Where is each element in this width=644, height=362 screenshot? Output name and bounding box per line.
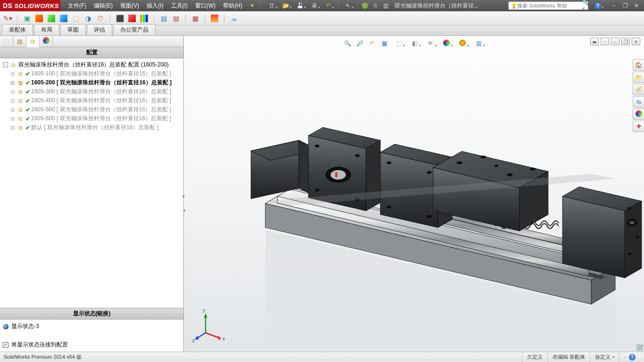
property-icon: ▤ [17,38,22,45]
tab-assembly[interactable]: 装配体 [2,24,33,35]
display-state-title: 显示状态(链接) [0,308,183,320]
menu-assist[interactable]: ✦ [246,0,258,11]
tool-icon-10[interactable] [127,14,137,23]
tree-item-label: 1605-300 [ 双光轴滚珠丝杆滑台（丝杆直径16）总装配 ] [31,88,171,96]
configuration-tree[interactable]: − ⧉ 双光轴滚珠丝杆滑台（丝杆直径16）总装配 配置 (1605-200) ⊞… [0,58,183,308]
resize-grip[interactable] [636,344,643,351]
fm-tab-property[interactable]: ▤ [13,36,26,47]
menu-view[interactable]: 视图(V) [116,0,143,11]
tab-layout[interactable]: 布局 [34,24,59,35]
new-button[interactable]: 🗋 [265,1,279,10]
tree-item[interactable]: ⊞⧉✔1605-100 [ 双光轴滚珠丝杆滑台（丝杆直径16）总装配 ] [1,69,182,78]
menu-window[interactable]: 窗口(W) [191,0,219,11]
tree-item[interactable]: ⊞⧉✔1605-600 [ 双光轴滚珠丝杆滑台（丝杆直径16）总装配 ] [1,114,182,123]
print-button[interactable]: 🖶 [308,1,321,10]
tool-icon-5[interactable] [59,14,68,23]
link-display-row[interactable]: ✓ 将显示状态连接到配置 [3,340,181,350]
tab-evaluate[interactable]: 评估 [87,24,112,35]
tree-item[interactable]: ⊞⧉✔1605-400 [ 双光轴滚珠丝杆滑台（丝杆直径16）总装配 ] [1,96,182,105]
close-button[interactable]: ✕ [632,2,641,9]
help-prefix-icon: 💡 [511,3,517,9]
svg-point-42 [627,253,631,255]
tool-icon-4[interactable] [47,14,56,23]
tool-icon-15[interactable] [210,14,219,23]
config-item-icon: ⧉ [17,80,24,86]
menu-edit[interactable]: 编辑(E) [90,0,116,11]
tree-item[interactable]: ⊞⧉✔1605-200 [ 双光轴滚珠丝杆滑台（丝杆直径16）总装配 ] [1,78,182,87]
config-item-icon: ⧉ [17,116,24,122]
new-icon: 🗋 [269,2,275,9]
display-state-body: 显示状态-3 ✓ 将显示状态连接到配置 [0,320,183,352]
check-icon: ✔ [25,98,30,104]
tool-icon-9[interactable]: ⬛ [115,14,124,23]
maximize-button[interactable]: ❐ [620,2,630,9]
options-button[interactable]: ⎘ [371,1,380,10]
tool-icon-11[interactable] [140,14,149,23]
config-item-icon: ⧉ [17,89,24,95]
pane-button[interactable]: ▥ [381,1,391,10]
svg-marker-12 [366,140,380,211]
tool-icon-12[interactable]: ▤ [159,14,168,23]
rebuild-button[interactable]: 🟢 [361,1,370,10]
menu-file[interactable]: 文件(F) [64,0,90,11]
tool-icon-6[interactable]: ⬚ [71,14,81,23]
separator [260,2,261,9]
title-bar: DSSOLIDWORKS 文件(F) 编辑(E) 视图(V) 插入(I) 工具(… [0,0,644,11]
tool-icon-1[interactable]: ✎▾ [3,14,12,23]
menu-tools[interactable]: 工具(I) [167,0,191,11]
config-item-icon: ⧉ [17,125,24,131]
collapse-icon[interactable]: − [3,62,8,67]
cube-icon: ⬚ [4,38,9,45]
tree-connector: ⊞ [10,98,15,104]
tool-icon-3[interactable] [34,14,44,23]
main-area: ⬚ ▤ ⧉ 配置 − ⧉ 双光轴滚珠丝杆滑台（丝杆直径16）总装配 配置 (16… [0,36,644,352]
minimize-button[interactable]: – [609,2,619,9]
open-button[interactable]: 📂 [280,1,293,10]
tab-sketch[interactable]: 草图 [60,24,86,35]
svg-point-23 [387,161,391,164]
tree-item[interactable]: ⊞⧉✔默认 [ 双光轴滚珠丝杆滑台（丝杆直径16）总装配 ] [1,123,182,132]
tree-item[interactable]: ⊞⧉✔1605-500 [ 双光轴滚珠丝杆滑台（丝杆直径16）总装配 ] [1,105,182,114]
menu-help[interactable]: 帮助(H) [219,0,246,11]
separator [224,15,224,22]
svg-point-18 [315,189,320,191]
fm-tab-display[interactable] [40,36,53,47]
tree-item-label: 1605-600 [ 双光轴滚珠丝杆滑台（丝杆直径16）总装配 ] [31,115,171,123]
orientation-triad[interactable]: x y z [192,305,230,343]
checkbox[interactable]: ✓ [3,342,8,348]
svg-text:y: y [203,308,205,313]
graphics-viewport[interactable]: ▸◂ 🔍 🔎 ↶ ▦ ⬚ ◧ 👁 ▥ ◂▸ ▫ – ❐ ✕ 🏠 📁 🧭 ⇆ [184,36,644,352]
tool-icon-2[interactable]: ▣ [22,14,32,23]
display-state-row[interactable]: 显示状态-3 [3,321,181,331]
search-box[interactable]: 💡 🔍▾ [508,1,588,10]
menu-insert[interactable]: 插入(I) [143,0,167,11]
palette-icon [43,37,50,45]
tool-icon-7[interactable]: ◑ [83,14,93,23]
tree-root-label: 双光轴滚珠丝杆滑台（丝杆直径16）总装配 配置 (1605-200) [18,61,169,69]
fm-tab-tree[interactable]: ⬚ [0,36,13,47]
check-icon: ✔ [25,115,30,122]
assembly-icon: ⧉ [10,62,17,68]
search-input[interactable] [517,3,582,8]
fm-tab-config[interactable]: ⧉ [26,36,40,47]
tab-office[interactable]: 办公室产品 [113,24,156,35]
tool-icon-13[interactable]: ▤ [171,14,181,23]
svg-point-25 [387,206,391,208]
save-button[interactable]: 💾 [294,1,307,10]
tree-item-label: 1605-100 [ 双光轴滚珠丝杆滑台（丝杆直径16）总装配 ] [31,70,171,78]
tree-root[interactable]: − ⧉ 双光轴滚珠丝杆滑台（丝杆直径16）总装配 配置 (1605-200) [1,60,182,69]
document-title: 双光轴滚珠丝杆滑台（丝杆直径... [395,2,479,10]
config-panel-title: 配置 [0,47,183,58]
select-button[interactable]: ↖ [341,1,355,10]
config-item-icon: ⧉ [17,107,24,113]
svg-point-31 [507,173,512,176]
tree-item[interactable]: ⊞⧉✔1605-300 [ 双光轴滚珠丝杆滑台（丝杆直径16）总装配 ] [1,87,182,96]
tool-icon-16[interactable]: ☁ [229,14,239,23]
tool-icon-8[interactable]: ⏱ [96,14,105,23]
status-product: SolidWorks Premium 2014 x64 版 [4,354,82,361]
tree-connector: ⊞ [10,71,15,77]
help-dropdown[interactable]: ? [591,1,604,10]
undo-button[interactable]: ↶ [322,1,335,10]
tool-icon-14[interactable]: ▦ [190,14,200,23]
select-icon: ↖ [346,2,350,9]
